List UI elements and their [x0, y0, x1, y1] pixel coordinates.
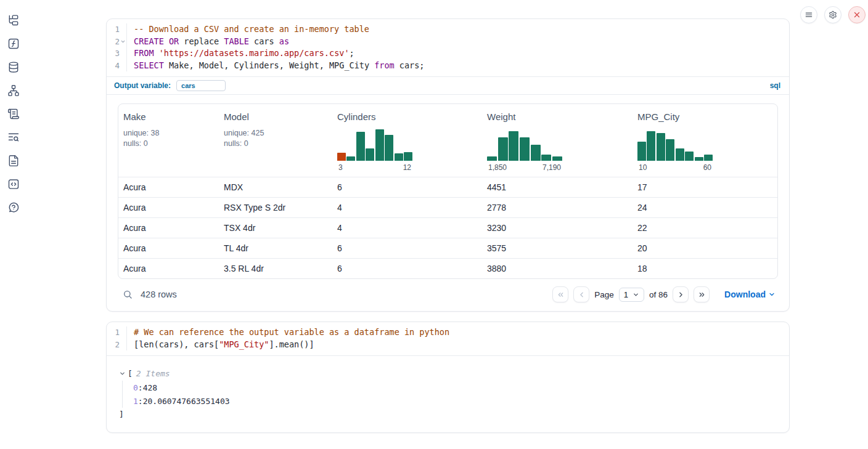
line-number-gutter: 2	[107, 36, 127, 48]
column-name: Model	[224, 111, 327, 122]
sql-cell: 1-- Download a CSV and create an in-memo…	[106, 18, 790, 312]
sidebar-item-variables[interactable]	[7, 37, 20, 51]
line-number-gutter: 1	[107, 23, 127, 36]
histogram-bar	[657, 133, 665, 161]
code-content: -- Download a CSV and create an in-memor…	[127, 23, 369, 36]
chevron-right-icon	[677, 291, 685, 299]
table-cell: 3230	[482, 223, 633, 233]
download-button[interactable]: Download	[724, 289, 776, 299]
sidebar-item-scripts[interactable]	[7, 107, 20, 121]
sql-editor[interactable]: 1-- Download a CSV and create an in-memo…	[107, 19, 789, 76]
histogram-axis: 1,8507,190	[487, 163, 562, 172]
code-token: SELECT	[134, 60, 164, 70]
function-icon	[7, 38, 20, 50]
fold-toggle[interactable]	[120, 37, 126, 46]
histogram-bar	[395, 153, 403, 161]
tree-entry-key: 1	[133, 397, 138, 406]
sidebar-item-documentation[interactable]	[7, 154, 20, 168]
page-total-label: of 86	[649, 290, 668, 299]
table-cell: Acura	[118, 264, 219, 273]
table-cell: 6	[332, 264, 482, 273]
column-header-cylinders[interactable]: Cylinders312	[332, 111, 482, 172]
column-header-weight[interactable]: Weight1,8507,190	[482, 111, 633, 172]
code-line: 1-- Download a CSV and create an in-memo…	[107, 23, 789, 36]
histogram-bar	[704, 155, 713, 161]
table-row: Acura3.5 RL 4dr6388018	[118, 258, 777, 278]
last-page-button[interactable]	[694, 286, 710, 302]
code-token: "MPG_City"	[219, 339, 269, 349]
menu-button[interactable]	[800, 6, 817, 23]
code-content: # We can reference the output variable a…	[127, 326, 449, 339]
first-page-button[interactable]	[552, 286, 568, 302]
code-token: from	[374, 60, 395, 70]
shutdown-button[interactable]	[848, 6, 866, 23]
column-header-make[interactable]: Makeunique: 38nulls: 0	[118, 111, 219, 172]
table-cell: 4	[332, 203, 482, 212]
code-content: SELECT Make, Model, Cylinders, Weight, M…	[127, 60, 424, 72]
histogram-axis: 312	[337, 163, 412, 172]
code-token: cars	[249, 36, 279, 46]
help-circle-icon	[7, 201, 20, 214]
output-variable-input[interactable]	[176, 80, 226, 91]
fold-slot	[120, 340, 126, 349]
chevron-down-icon	[120, 39, 126, 44]
tree-entry: 0: 428	[133, 381, 777, 394]
settings-button[interactable]	[824, 6, 841, 23]
axis-min-label: 10	[639, 163, 647, 172]
line-number: 2	[115, 36, 120, 48]
table-row: AcuraTL 4dr6357520	[118, 238, 777, 258]
list-search-icon	[7, 131, 20, 144]
column-header-model[interactable]: Modelunique: 425nulls: 0	[219, 111, 332, 172]
table-cell: Acura	[118, 243, 219, 253]
code-token: -- Download a CSV and create an in-memor…	[134, 24, 369, 34]
sidebar-item-snippets[interactable]	[7, 177, 20, 191]
table-cell: 18	[633, 264, 777, 273]
code-line: 4SELECT Make, Model, Cylinders, Weight, …	[107, 60, 789, 72]
tree-entry: 1: 20.060747663551403	[133, 394, 777, 408]
code-line: 1# We can reference the output variable …	[107, 326, 789, 339]
code-token: 'https://datasets.marimo.app/cars.csv'	[159, 48, 350, 58]
tree-entry-separator: :	[138, 383, 143, 392]
chevron-left-icon	[578, 291, 586, 299]
document-icon	[7, 155, 20, 167]
code-content: [len(cars), cars["MPG_City"].mean()]	[127, 339, 314, 351]
unique-count: unique: 38	[123, 128, 214, 139]
line-number: 3	[115, 47, 120, 60]
table-cell: Acura	[118, 182, 219, 192]
python-editor[interactable]: 1# We can reference the output variable …	[107, 322, 789, 355]
previous-page-button[interactable]	[573, 286, 589, 302]
tree-close-bracket: ]	[119, 408, 777, 420]
line-number: 4	[115, 60, 120, 72]
code-token: Make, Model, Cylinders, Weight, MPG_City	[164, 60, 374, 70]
histogram-bar	[685, 152, 694, 161]
sql-output-section: Makeunique: 38nulls: 0Modelunique: 425nu…	[107, 94, 789, 311]
code-snippet-icon	[7, 178, 20, 190]
chevron-down-icon[interactable]	[119, 370, 126, 377]
table-cell: 6	[332, 182, 482, 192]
histogram-bar	[509, 131, 518, 161]
code-token: FROM	[134, 48, 154, 58]
line-number-gutter: 3	[107, 47, 127, 60]
code-token: ].mean()]	[269, 339, 314, 349]
histogram-bar	[404, 152, 412, 161]
table-cell: 3575	[482, 243, 633, 253]
file-tree-icon	[7, 14, 20, 26]
column-header-mpg_city[interactable]: MPG_City1060	[633, 111, 777, 172]
page-select[interactable]: 1	[619, 288, 644, 302]
search-icon[interactable]	[123, 289, 133, 299]
code-token: ;	[350, 48, 354, 58]
sidebar-item-help[interactable]	[7, 201, 20, 214]
axis-max-label: 7,190	[542, 163, 561, 172]
fold-slot	[120, 61, 126, 70]
histogram-bar	[520, 137, 530, 161]
sidebar-item-dependencies[interactable]	[7, 84, 20, 97]
table-row: AcuraMDX6445117	[118, 177, 777, 197]
sidebar-item-data-sources[interactable]	[7, 60, 20, 74]
next-page-button[interactable]	[673, 286, 689, 302]
menu-icon	[805, 10, 813, 19]
histogram-bar	[531, 145, 541, 161]
column-name: Make	[123, 111, 214, 122]
sidebar-item-logs[interactable]	[7, 131, 20, 144]
tree-entries: 0: 4281: 20.060747663551403	[122, 381, 777, 408]
sidebar-item-file-explorer[interactable]	[7, 14, 20, 27]
